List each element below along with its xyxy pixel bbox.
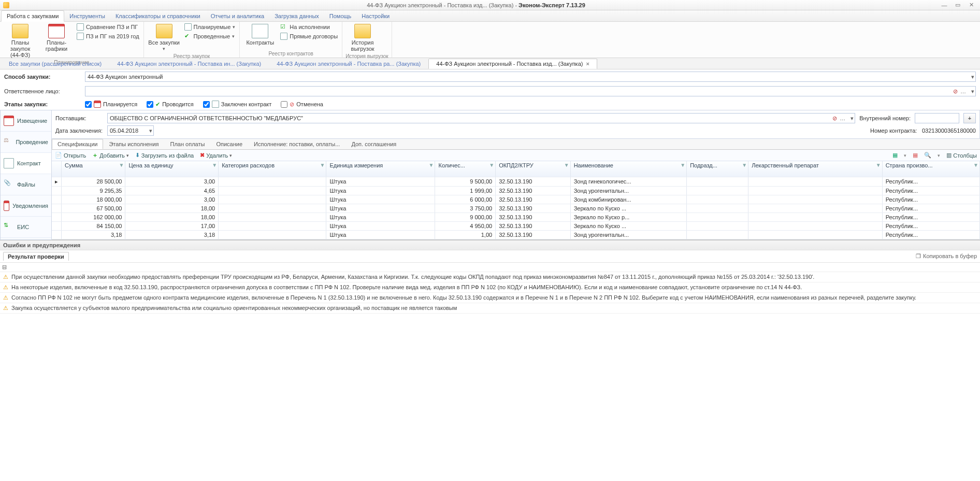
doctab-2[interactable]: 44-ФЗ Аукцион электронный - Поставка ра.…	[269, 59, 428, 69]
delete-button[interactable]: ✖Удалить▾	[200, 152, 232, 159]
lookup-icon[interactable]: …	[960, 88, 966, 94]
warning-icon: ⚠	[3, 305, 8, 312]
done-button[interactable]: ✔Проведенные ▾	[183, 32, 237, 40]
columns-icon: ▥	[946, 152, 952, 159]
all-purchases-button[interactable]: Все закупки▾	[147, 23, 181, 53]
col-header[interactable]: Единица измерения▼	[326, 161, 435, 177]
date-label: Дата заключения:	[55, 128, 103, 134]
sn-eis[interactable]: ⇅ЕИС	[1, 217, 51, 238]
table-row[interactable]: 9 295,354,65Штука1 999,0032.50.13.190Зон…	[52, 186, 980, 195]
ribbon-tab-classifiers[interactable]: Классификаторы и справочники	[110, 11, 206, 21]
doctab-3[interactable]: 44-ФЗ Аукцион электронный - Поставка изд…	[428, 59, 597, 69]
filter-icon[interactable]: ▼	[119, 162, 124, 168]
spectab-payplan[interactable]: План оплаты	[165, 139, 211, 149]
col-header[interactable]: ОКПД2/КТРУ▼	[496, 161, 571, 177]
filter-icon[interactable]: ▼	[680, 162, 685, 168]
plans-44fz-button[interactable]: Планы закупок (44-ФЗ)	[3, 23, 37, 59]
table-row[interactable]: 3,183,18Штука1,0032.50.13.190Зонд уроген…	[52, 230, 980, 239]
lookup-icon[interactable]: …	[840, 115, 845, 121]
col-header[interactable]: Подразд...▼	[687, 161, 748, 177]
internal-number-input[interactable]	[915, 113, 959, 123]
ribbon-tab-help[interactable]: Помощь	[324, 11, 357, 21]
date-picker[interactable]: 05.04.2018▾	[107, 125, 154, 136]
stage-cancelled-check[interactable]: ⊘Отменена	[281, 101, 323, 108]
stage-contract-check[interactable]: Заключен контракт	[203, 101, 271, 108]
sn-processing[interactable]: ⚖Проведение	[1, 132, 51, 153]
doctab-all-purchases[interactable]: Все закупки (расширенный список)	[1, 59, 109, 69]
spec-grid[interactable]: Сумма▼Цена за единицу▼Категория расходов…	[52, 161, 980, 240]
stage-planned-check[interactable]: Планируется	[85, 101, 137, 108]
planned-button[interactable]: Планируемые ▾	[183, 23, 237, 31]
filter-icon[interactable]: ▼	[973, 162, 978, 168]
load-from-file-button[interactable]: ⬇Загрузить из файла	[135, 152, 194, 159]
compare-pz-pg-button[interactable]: Сравнение ПЗ и ПГ	[76, 23, 140, 31]
window-close-button[interactable]: ✕	[965, 2, 977, 9]
add-button[interactable]: ＋Добавить▾	[92, 151, 129, 159]
method-combo[interactable]: 44-ФЗ Аукцион электронный▾	[85, 72, 976, 82]
clear-icon[interactable]: ⊘	[832, 115, 837, 122]
col-header[interactable]: Сумма▼	[62, 161, 125, 177]
copy-to-buffer-button[interactable]: ❐Копировать в буфер	[916, 252, 977, 261]
spectab-exec[interactable]: Исполнение: поставки, оплаты...	[248, 139, 345, 149]
filter-icon[interactable]: ▼	[876, 162, 881, 168]
col-header[interactable]: Лекарственный препарат▼	[748, 161, 882, 177]
ribbon-tab-tools[interactable]: Инструменты	[64, 11, 110, 21]
open-button[interactable]: 📄Открыть	[55, 152, 86, 159]
spectab-addl[interactable]: Доп. соглашения	[345, 139, 402, 149]
filter-icon[interactable]: ▼	[742, 162, 747, 168]
ribbon-tab-settings[interactable]: Настройки	[356, 11, 395, 21]
search-icon[interactable]: 🔍	[924, 152, 931, 159]
filter-icon[interactable]: ▼	[320, 162, 325, 168]
filter-icon[interactable]: ▼	[489, 162, 494, 168]
close-tab-icon[interactable]: ×	[586, 61, 589, 67]
ribbon-tab-purchases[interactable]: Работа с закупками	[1, 10, 64, 22]
col-header[interactable]: Цена за единицу▼	[125, 161, 219, 177]
app-orb-icon	[3, 2, 9, 8]
spectab-desc[interactable]: Описание	[210, 139, 248, 149]
sn-files[interactable]: 📎Файлы	[1, 174, 51, 195]
schedules-button[interactable]: Планы-графики	[39, 23, 74, 53]
sn-contract[interactable]: Контракт	[1, 153, 51, 174]
col-header[interactable]: Страна произво...▼	[882, 161, 979, 177]
supplier-combo[interactable]: ОБЩЕСТВО С ОГРАНИЧЕННОЙ ОТВЕТСТВЕННОСТЬЮ…	[107, 113, 855, 123]
pz-pg-2019-button[interactable]: ПЗ и ПГ на 2019 год	[76, 32, 140, 40]
plus-icon: ＋	[92, 151, 98, 159]
stage-running-check[interactable]: ✔Проводится	[147, 101, 194, 108]
collapse-icon[interactable]: ⊟	[2, 264, 7, 270]
group-contracts-label: Реестр контрактов	[243, 50, 339, 58]
grid-icon[interactable]: ▦	[913, 152, 918, 159]
spectab-stages[interactable]: Этапы исполнения	[103, 139, 164, 149]
col-header[interactable]: Категория расходов▼	[219, 161, 326, 177]
filter-icon[interactable]: ▼	[212, 162, 217, 168]
table-row[interactable]: 162 000,0018,00Штука9 000,0032.50.13.190…	[52, 213, 980, 221]
ribbon-tab-dataload[interactable]: Загрузка данных	[269, 11, 324, 21]
columns-button[interactable]: ▥Столбцы	[946, 152, 977, 159]
sn-notice[interactable]: Извещение	[1, 110, 51, 132]
col-header[interactable]: Наименование▼	[570, 161, 686, 177]
check-result-tab[interactable]: Результат проверки	[3, 252, 69, 261]
spectab-spec[interactable]: Спецификации	[52, 139, 103, 149]
on-execution-button[interactable]: ☑На исполнении	[279, 23, 339, 31]
window-max-button[interactable]: ▭	[952, 2, 963, 9]
filter-icon[interactable]: ▼	[429, 162, 434, 168]
contracts-button[interactable]: Контракты	[243, 23, 277, 47]
window-min-button[interactable]: —	[939, 2, 950, 9]
spec-toolbar: 📄Открыть ＋Добавить▾ ⬇Загрузить из файла …	[52, 150, 980, 161]
excel-export-icon[interactable]: ▦	[892, 152, 898, 159]
table-row[interactable]: ▸28 500,003,00Штука9 500,0032.50.13.190З…	[52, 177, 980, 186]
table-row[interactable]: 18 000,003,00Штука6 000,0032.50.13.190Зо…	[52, 195, 980, 204]
table-row[interactable]: 67 500,0018,00Штука3 750,0032.50.13.190З…	[52, 204, 980, 213]
delete-icon: ✖	[200, 152, 205, 159]
clear-icon[interactable]: ⊘	[953, 88, 958, 95]
ribbon-tab-reports[interactable]: Отчеты и аналитика	[206, 11, 270, 21]
doctab-1[interactable]: 44-ФЗ Аукцион электронный - Поставка ин.…	[109, 59, 269, 69]
table-row[interactable]: 84 150,0017,00Штука4 950,0032.50.13.190З…	[52, 221, 980, 230]
col-header[interactable]: Количес...▼	[435, 161, 496, 177]
responsible-combo[interactable]: ⊘…▾	[85, 86, 976, 96]
add-internal-number-button[interactable]: +	[963, 113, 976, 123]
direct-contracts-button[interactable]: Прямые договоры	[279, 32, 339, 40]
filter-icon[interactable]: ▼	[564, 162, 569, 168]
upload-history-button[interactable]: История выгрузок	[345, 23, 380, 53]
warning-row: ⚠При осуществлении данной закупки необхо…	[0, 272, 980, 282]
sn-notifications[interactable]: Уведомления	[1, 195, 51, 217]
